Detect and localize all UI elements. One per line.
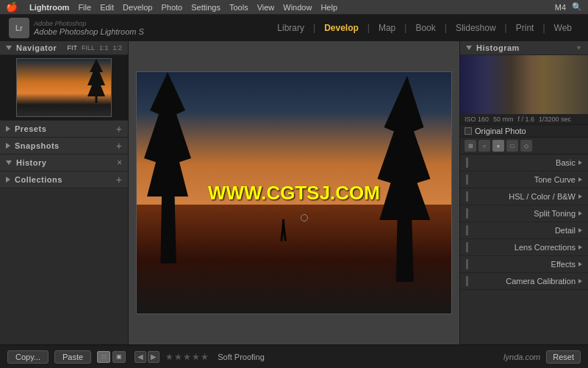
camera-shutter: 1/3200 sec	[539, 116, 571, 123]
brush-tool[interactable]: ◇	[520, 140, 532, 152]
view-single-icon[interactable]: □	[97, 351, 110, 363]
history-arrow	[6, 160, 12, 165]
copy-button[interactable]: Copy...	[7, 350, 49, 364]
menu-help[interactable]: Help	[320, 3, 337, 12]
menu-photo[interactable]: Photo	[161, 3, 182, 12]
section-camera-cal-bar	[466, 276, 468, 286]
star-3[interactable]: ★	[183, 352, 191, 362]
section-camera-cal-label: Camera Calibration	[473, 277, 576, 286]
module-book[interactable]: Book	[408, 21, 442, 35]
star-5[interactable]: ★	[201, 352, 209, 362]
fit-option-1-2[interactable]: 1:2	[112, 44, 122, 52]
history-clear-icon[interactable]: ×	[117, 158, 122, 168]
redeye-tool[interactable]: ●	[492, 140, 504, 152]
module-slideshow[interactable]: Slideshow	[448, 21, 503, 35]
menu-view[interactable]: View	[257, 3, 275, 12]
menu-tools[interactable]: Tools	[229, 3, 248, 12]
navigator-arrow	[6, 46, 12, 50]
collections-section: Collections +	[0, 171, 128, 188]
section-camera-calibration[interactable]: Camera Calibration	[460, 273, 588, 290]
section-effects-bar	[466, 259, 468, 269]
navigator-section: Navigator FIT FILL 1:1 1:2	[0, 41, 128, 121]
histogram-header[interactable]: Histogram ▼	[460, 41, 588, 55]
histogram-colors	[460, 55, 588, 114]
section-effects-arrow	[578, 262, 582, 266]
star-2[interactable]: ★	[174, 352, 182, 362]
original-photo-row[interactable]: Original Photo	[460, 125, 588, 138]
section-detail-label: Detail	[473, 226, 576, 235]
collections-label: Collections	[15, 175, 116, 184]
section-basic-label: Basic	[473, 158, 576, 167]
menu-window[interactable]: Window	[283, 3, 312, 12]
photo-container[interactable]: WWW.CGTSJ.COM	[136, 71, 452, 314]
bottom-right: lynda.com Reset	[503, 350, 581, 364]
navigator-preview	[0, 55, 128, 120]
history-header[interactable]: History ×	[0, 155, 128, 171]
star-rating: ★ ★ ★ ★ ★	[165, 352, 209, 362]
view-icons: □ ▣	[97, 351, 126, 363]
snapshots-add-icon[interactable]: +	[116, 141, 122, 151]
histogram-area	[460, 55, 588, 114]
search-icon[interactable]: 🔍	[572, 2, 582, 12]
menu-bar: 🍎 Lightroom File Edit Develop Photo Sett…	[0, 0, 588, 15]
section-basic[interactable]: Basic	[460, 155, 588, 171]
reset-button[interactable]: Reset	[546, 350, 581, 364]
module-develop[interactable]: Develop	[317, 21, 366, 35]
lr-logo: Lr	[9, 18, 29, 38]
histogram-arrow	[466, 46, 472, 50]
module-web[interactable]: Web	[547, 21, 579, 35]
history-section: History ×	[0, 155, 128, 171]
presets-add-icon[interactable]: +	[116, 124, 122, 134]
navigator-thumbnail[interactable]	[16, 58, 112, 117]
nav-thumb-tree	[85, 59, 107, 103]
star-1[interactable]: ★	[165, 352, 173, 362]
snapshots-arrow	[6, 143, 10, 149]
section-lens-corrections[interactable]: Lens Corrections	[460, 239, 588, 256]
section-tone-curve[interactable]: Tone Curve	[460, 171, 588, 188]
view-compare-icon[interactable]: ▣	[112, 351, 126, 363]
next-photo-button[interactable]: ▶	[148, 351, 159, 363]
menu-settings[interactable]: Settings	[191, 3, 220, 12]
presets-section: Presets +	[0, 121, 128, 138]
section-split-toning[interactable]: Split Toning	[460, 205, 588, 222]
module-library[interactable]: Library	[270, 21, 312, 35]
section-detail[interactable]: Detail	[460, 222, 588, 239]
section-hsl-bar	[466, 191, 468, 202]
section-effects[interactable]: Effects	[460, 256, 588, 273]
fit-option-fit[interactable]: FIT	[67, 44, 77, 52]
star-4[interactable]: ★	[192, 352, 200, 362]
section-detail-bar	[466, 225, 468, 236]
original-photo-checkbox[interactable]	[465, 127, 472, 135]
menu-develop[interactable]: Develop	[123, 3, 152, 12]
histogram-title: Histogram	[476, 43, 576, 52]
section-split-toning-arrow	[578, 211, 582, 216]
soft-proofing-label: Soft Proofing	[218, 353, 265, 361]
collections-header[interactable]: Collections +	[0, 171, 128, 188]
menu-edit[interactable]: Edit	[100, 3, 114, 12]
collections-add-icon[interactable]: +	[116, 174, 122, 185]
module-print[interactable]: Print	[509, 21, 542, 35]
section-effects-label: Effects	[473, 260, 576, 269]
menu-file[interactable]: File	[78, 3, 91, 12]
section-basic-bar	[466, 158, 468, 168]
snapshots-header[interactable]: Snapshots +	[0, 138, 128, 154]
spot-tool[interactable]: ○	[478, 140, 490, 152]
apple-menu[interactable]: 🍎	[6, 1, 18, 13]
section-hsl[interactable]: HSL / Color / B&W	[460, 188, 588, 205]
histogram-options[interactable]: ▼	[576, 44, 582, 52]
navigator-header[interactable]: Navigator FIT FILL 1:1 1:2	[0, 41, 128, 55]
module-map[interactable]: Map	[371, 21, 403, 35]
photo-background: WWW.CGTSJ.COM	[137, 72, 451, 314]
fit-option-1-1[interactable]: 1:1	[99, 44, 109, 52]
presets-header[interactable]: Presets +	[0, 121, 128, 137]
fit-option-fill[interactable]: FILL	[82, 44, 95, 52]
center-panel: WWW.CGTSJ.COM	[129, 41, 459, 344]
crop-tool[interactable]: ⊞	[465, 140, 476, 152]
menu-badge: M4	[555, 3, 566, 12]
fit-options: FIT FILL 1:1 1:2	[67, 44, 122, 52]
photo-watermark: WWW.CGTSJ.COM	[208, 182, 380, 205]
paste-button[interactable]: Paste	[54, 350, 91, 364]
section-hsl-label: HSL / Color / B&W	[473, 192, 576, 201]
prev-photo-button[interactable]: ◀	[135, 351, 146, 363]
grad-tool[interactable]: □	[506, 140, 518, 152]
